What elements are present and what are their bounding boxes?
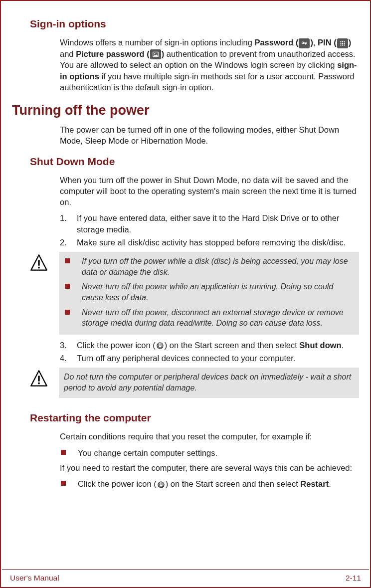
svg-point-7 <box>342 44 343 45</box>
heading-restart: Restarting the computer <box>30 412 359 424</box>
warning-body: If you turn off the power while a disk (… <box>59 252 359 335</box>
heading-shutdown: Shut Down Mode <box>30 156 359 168</box>
list-text: Make sure all disk/disc activity has sto… <box>77 237 359 248</box>
text: Windows offers a number of sign-in optio… <box>60 38 254 47</box>
text: . <box>342 341 344 350</box>
heading-signin: Sign-in options <box>30 18 359 30</box>
restart-intro: Certain conditions require that you rese… <box>60 431 359 442</box>
text: ) <box>349 38 352 47</box>
restart-p2: If you need to restart the computer, the… <box>60 462 359 473</box>
square-bullet-icon <box>65 310 70 315</box>
picture-icon <box>150 49 161 59</box>
svg-point-1 <box>342 41 343 42</box>
list-number: 2. <box>60 237 77 248</box>
square-bullet-icon <box>65 284 70 289</box>
warning-icon-column <box>30 252 59 335</box>
warning-icon-column <box>30 368 59 398</box>
power-icon <box>157 480 166 489</box>
svg-point-8 <box>344 44 345 45</box>
text: ) on the Start screen and then select <box>166 479 301 488</box>
svg-rect-13 <box>38 267 39 268</box>
content: Sign-in options Windows offers a number … <box>11 18 360 490</box>
list-text: If you have entered data, either save it… <box>77 212 359 235</box>
svg-point-10 <box>154 53 155 54</box>
warning-text: Never turn off the power while an applic… <box>82 281 354 303</box>
text: Click the power icon ( <box>77 341 156 350</box>
text: Click the power icon ( <box>78 479 157 488</box>
restart-bullets-1: You change certain computer settings. <box>60 447 359 458</box>
warning-triangle-icon <box>30 254 48 272</box>
warning-triangle-icon <box>30 370 48 388</box>
text: , <box>313 38 318 47</box>
poweroff-intro: The power can be turned off in one of th… <box>60 124 359 147</box>
svg-rect-12 <box>38 260 39 266</box>
square-bullet-icon <box>65 258 70 263</box>
bold-password: Password ( <box>254 38 298 47</box>
warning-text: Do not turn the computer or peripheral d… <box>64 372 354 393</box>
list-number: 3. <box>60 340 77 351</box>
list-item: You change certain computer settings. <box>60 447 359 458</box>
warning-bullet: Never turn off the power while an applic… <box>64 281 354 303</box>
list-number: 1. <box>60 212 77 235</box>
list-text: You change certain computer settings. <box>78 447 217 458</box>
list-text: Turn off any peripheral devices connecte… <box>77 353 359 364</box>
footer-right: 2-11 <box>346 574 361 583</box>
warning-box: If you turn off the power while a disk (… <box>30 252 359 335</box>
warning-box: Do not turn the computer or peripheral d… <box>30 368 359 398</box>
warning-body: Do not turn the computer or peripheral d… <box>59 368 359 398</box>
list-item: 3. Click the power icon () on the Start … <box>60 340 359 351</box>
square-bullet-icon <box>61 450 66 455</box>
footer-left: User's Manual <box>10 574 59 583</box>
warning-text: If you turn off the power while a disk (… <box>82 256 354 277</box>
heading-poweroff: Turning off the power <box>12 103 359 118</box>
warning-bullet: If you turn off the power while a disk (… <box>64 256 354 277</box>
text: if you have multiple sign-in methods set… <box>60 72 355 92</box>
svg-point-4 <box>342 42 343 43</box>
bold-picture: Picture password ( <box>76 49 150 58</box>
list-item: 4. Turn off any peripheral devices conne… <box>60 353 359 364</box>
list-number: 4. <box>60 353 77 364</box>
bold-pin: PIN ( <box>318 38 337 47</box>
svg-point-5 <box>344 42 345 43</box>
warning-bullet: Never turn off the power, disconnect an … <box>64 307 354 329</box>
svg-point-0 <box>340 41 341 42</box>
bold-restart: Restart <box>300 479 329 488</box>
svg-point-3 <box>340 42 341 43</box>
bold-shutdown: Shut down <box>299 341 341 350</box>
page: Sign-in options Windows offers a number … <box>0 0 371 588</box>
list-text: Click the power icon () on the Start scr… <box>77 340 359 351</box>
svg-point-6 <box>340 44 341 45</box>
restart-bullets-2: Click the power icon () on the Start scr… <box>60 478 359 489</box>
list-item: 1. If you have entered data, either save… <box>60 212 359 235</box>
shutdown-steps-1-2: 1. If you have entered data, either save… <box>60 212 359 248</box>
shutdown-intro: When you turn off the power in Shut Down… <box>60 175 359 208</box>
text: ) on the Start screen and then select <box>165 341 300 350</box>
power-icon <box>156 341 165 350</box>
list-item: Click the power icon () on the Start scr… <box>60 478 359 489</box>
signin-paragraph: Windows offers a number of sign-in optio… <box>60 37 359 93</box>
key-icon <box>299 38 310 48</box>
text: and <box>60 49 76 58</box>
list-text: Click the power icon () on the Start scr… <box>78 478 331 489</box>
footer: User's Manual 2-11 <box>2 569 369 586</box>
warning-text: Never turn off the power, disconnect an … <box>82 307 354 329</box>
list-item: 2. Make sure all disk/disc activity has … <box>60 237 359 248</box>
svg-rect-17 <box>38 383 39 384</box>
shutdown-steps-3-4: 3. Click the power icon () on the Start … <box>60 340 359 364</box>
text: . <box>329 479 331 488</box>
keypad-icon <box>337 38 348 48</box>
square-bullet-icon <box>61 481 66 486</box>
svg-point-2 <box>344 41 345 42</box>
svg-rect-16 <box>38 376 39 382</box>
